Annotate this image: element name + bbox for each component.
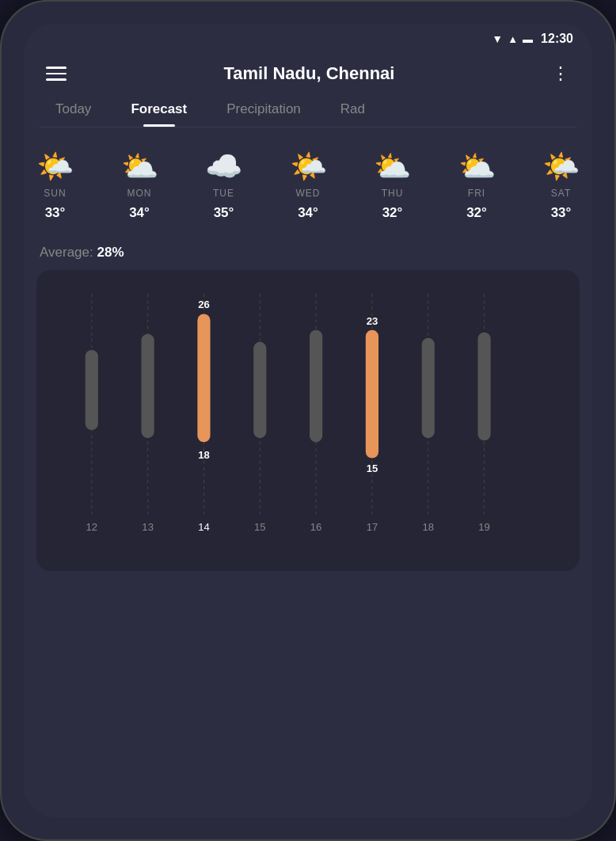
svg-text:18: 18 [198,449,210,461]
svg-text:15: 15 [254,521,266,533]
day-temp: 32° [382,205,403,221]
main-content: 🌤️ SUN 33° ⛅ MON 34° ☁️ TUE 35° 🌤️ WED 3… [24,127,592,817]
day-label: WED [296,188,321,199]
svg-text:23: 23 [367,315,378,327]
tabs-bar: Today Forecast Precipitation Rad [24,93,592,127]
day-item[interactable]: ⛅ THU 32° [374,151,411,221]
day-temp: 33° [45,205,66,221]
svg-text:19: 19 [478,521,490,533]
average-label: Average: [40,245,93,260]
svg-rect-14 [310,330,322,443]
tab-forecast[interactable]: Forecast [115,93,203,127]
battery-icon: ▬ [523,33,533,45]
svg-text:17: 17 [367,521,378,533]
svg-text:14: 14 [198,521,210,533]
day-label: MON [127,188,152,199]
weather-icon: 🌤️ [290,151,327,181]
svg-text:15: 15 [367,462,378,474]
chart-container: 26 18 23 15 [36,270,580,571]
svg-rect-19 [477,333,490,441]
day-item[interactable]: ⛅ MON 34° [121,151,158,221]
weather-icon: 🌤️ [36,151,74,181]
svg-text:16: 16 [310,521,322,533]
day-item[interactable]: 🌤️ WED 34° [290,151,327,221]
day-temp: 32° [466,205,487,221]
day-label: SUN [44,188,66,199]
location-title: Tamil Nadu, Chennai [224,63,395,84]
menu-button[interactable] [46,67,67,81]
status-bar: ▼ ▲ ▬ 12:30 [24,24,592,51]
svg-text:12: 12 [86,521,98,533]
average-section: Average: 28% [36,237,580,270]
weather-icon: ☁️ [205,151,242,181]
tab-precipitation[interactable]: Precipitation [211,93,317,127]
average-value: 28% [97,245,124,260]
day-item[interactable]: 🌤️ SAT 33° [542,151,580,221]
svg-rect-10 [197,314,210,442]
day-item[interactable]: ☁️ TUE 35° [205,151,242,221]
signal-icon: ▲ [508,33,518,45]
svg-text:13: 13 [142,521,154,533]
status-icons: ▼ ▲ ▬ 12:30 [492,32,573,46]
header: Tamil Nadu, Chennai ⋮ [24,51,592,93]
more-button[interactable]: ⋮ [552,63,570,84]
weather-icon: ⛅ [458,151,496,181]
day-item[interactable]: 🌤️ SUN 33° [36,151,74,221]
device-inner: ▼ ▲ ▬ 12:30 Tamil Nadu, Chennai ⋮ Today … [24,24,592,817]
weather-icon: ⛅ [121,151,158,181]
day-temp: 35° [214,205,234,221]
svg-text:26: 26 [198,299,210,310]
weekly-forecast: 🌤️ SUN 33° ⛅ MON 34° ☁️ TUE 35° 🌤️ WED 3… [36,143,580,237]
svg-rect-13 [253,342,266,438]
day-item[interactable]: ⛅ FRI 32° [458,151,496,221]
tab-today[interactable]: Today [40,93,107,127]
svg-text:18: 18 [422,521,434,533]
weather-icon: 🌤️ [542,151,580,181]
day-label: THU [382,188,404,199]
day-label: FRI [468,188,485,199]
day-temp: 33° [551,205,572,221]
svg-rect-15 [366,330,378,459]
day-temp: 34° [129,205,150,221]
day-label: TUE [213,188,234,199]
tab-radar[interactable]: Rad [325,93,381,127]
forecast-chart: 26 18 23 15 [49,286,567,558]
status-time: 12:30 [541,32,573,46]
wifi-icon: ▼ [492,32,503,45]
day-label: SAT [551,188,571,199]
svg-rect-9 [142,334,154,439]
weather-icon: ⛅ [374,151,411,181]
svg-rect-18 [422,338,435,438]
svg-rect-8 [86,350,98,430]
day-temp: 34° [298,205,318,221]
device-frame: ▼ ▲ ▬ 12:30 Tamil Nadu, Chennai ⋮ Today … [0,0,616,841]
